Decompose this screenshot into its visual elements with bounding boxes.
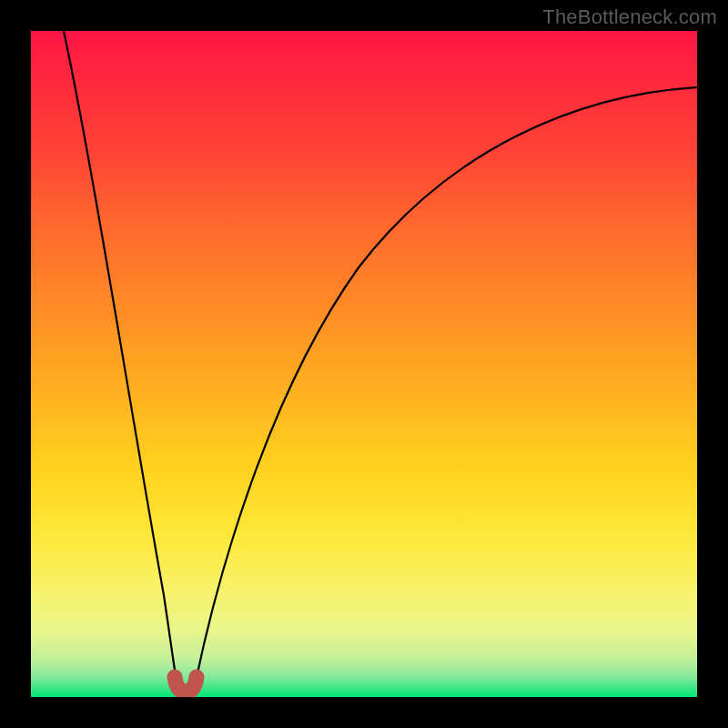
curve-right-branch (196, 87, 697, 682)
bottleneck-curve (31, 31, 697, 697)
chart-plot-area (31, 31, 697, 697)
chart-frame: TheBottleneck.com (0, 0, 728, 728)
curve-left-branch (64, 31, 177, 682)
optimal-marker (175, 677, 197, 692)
watermark-text: TheBottleneck.com (542, 5, 717, 29)
